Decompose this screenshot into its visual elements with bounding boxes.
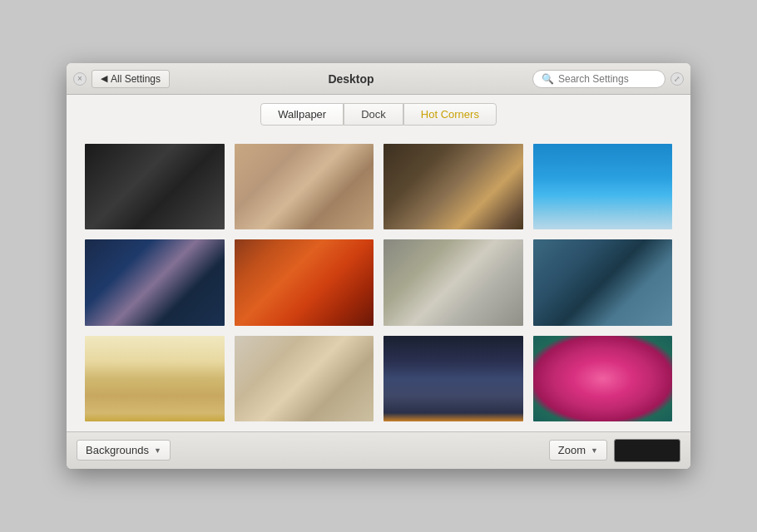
tab-dock[interactable]: Dock bbox=[344, 103, 403, 126]
backgrounds-dropdown[interactable]: Backgrounds ▼ bbox=[77, 440, 171, 461]
tabs-bar: Wallpaper Dock Hot Corners bbox=[67, 95, 690, 134]
zoom-caret-icon: ▼ bbox=[591, 446, 598, 455]
maximize-button[interactable]: ⤢ bbox=[670, 72, 684, 86]
wallpaper-preview-9 bbox=[85, 336, 225, 421]
wallpaper-item-12[interactable] bbox=[532, 334, 675, 423]
titlebar: × ◀ All Settings Desktop 🔍 ⤢ bbox=[67, 63, 690, 95]
desktop-settings-window: × ◀ All Settings Desktop 🔍 ⤢ Wallpaper D… bbox=[67, 63, 690, 469]
wallpaper-preview-7 bbox=[383, 239, 523, 325]
zoom-dropdown[interactable]: Zoom ▼ bbox=[549, 440, 607, 461]
wallpaper-item-4[interactable] bbox=[532, 142, 675, 231]
wallpaper-item-8[interactable] bbox=[532, 238, 675, 327]
wallpaper-preview-1 bbox=[85, 144, 225, 229]
wallpaper-preview-10 bbox=[235, 336, 374, 421]
wallpaper-preview-3 bbox=[383, 144, 523, 229]
search-icon: 🔍 bbox=[542, 73, 554, 85]
bottom-bar: Backgrounds ▼ Zoom ▼ bbox=[67, 431, 690, 469]
back-label: All Settings bbox=[111, 73, 161, 85]
wallpaper-preview-2 bbox=[235, 144, 374, 229]
wallpaper-preview-12 bbox=[533, 336, 673, 421]
wallpaper-item-10[interactable] bbox=[233, 334, 376, 423]
search-bar[interactable]: 🔍 bbox=[532, 70, 665, 88]
wallpaper-preview-8 bbox=[533, 239, 673, 325]
backgrounds-label: Backgrounds bbox=[86, 444, 149, 456]
wallpaper-item-9[interactable] bbox=[83, 334, 226, 423]
wallpaper-item-6[interactable] bbox=[233, 238, 376, 327]
wallpaper-preview-5 bbox=[85, 239, 225, 325]
wallpaper-item-1[interactable] bbox=[83, 142, 226, 231]
tab-hot-corners-label: Hot Corners bbox=[421, 108, 479, 121]
wallpaper-grid-container bbox=[67, 134, 690, 431]
wallpaper-preview-6 bbox=[235, 239, 374, 325]
wallpaper-item-5[interactable] bbox=[83, 238, 226, 327]
tab-wallpaper-label: Wallpaper bbox=[278, 108, 326, 121]
back-arrow-icon: ◀ bbox=[101, 73, 107, 84]
search-input[interactable] bbox=[558, 73, 658, 85]
wallpaper-item-7[interactable] bbox=[382, 238, 525, 327]
wallpaper-item-2[interactable] bbox=[233, 142, 376, 231]
back-button[interactable]: ◀ All Settings bbox=[92, 70, 170, 88]
wallpaper-item-3[interactable] bbox=[382, 142, 525, 231]
wallpaper-preview-4 bbox=[533, 144, 673, 229]
tab-wallpaper[interactable]: Wallpaper bbox=[260, 103, 344, 126]
zoom-label: Zoom bbox=[558, 444, 586, 456]
wallpaper-item-11[interactable] bbox=[382, 334, 525, 423]
close-button[interactable]: × bbox=[73, 72, 87, 86]
tab-hot-corners[interactable]: Hot Corners bbox=[403, 103, 497, 126]
close-icon: × bbox=[77, 74, 82, 83]
window-title: Desktop bbox=[175, 72, 527, 86]
maximize-icon: ⤢ bbox=[674, 75, 680, 83]
wallpaper-preview-11 bbox=[383, 336, 523, 421]
dropdown-caret-icon: ▼ bbox=[154, 446, 161, 455]
color-preview-button[interactable] bbox=[614, 439, 680, 462]
wallpaper-grid bbox=[83, 142, 674, 423]
tab-dock-label: Dock bbox=[361, 108, 386, 121]
